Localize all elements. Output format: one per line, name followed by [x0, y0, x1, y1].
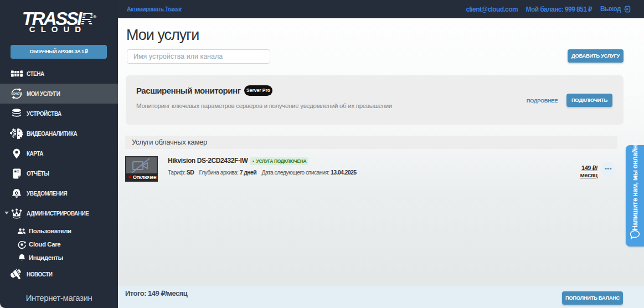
svg-text:(24/7): (24/7) — [13, 91, 20, 95]
